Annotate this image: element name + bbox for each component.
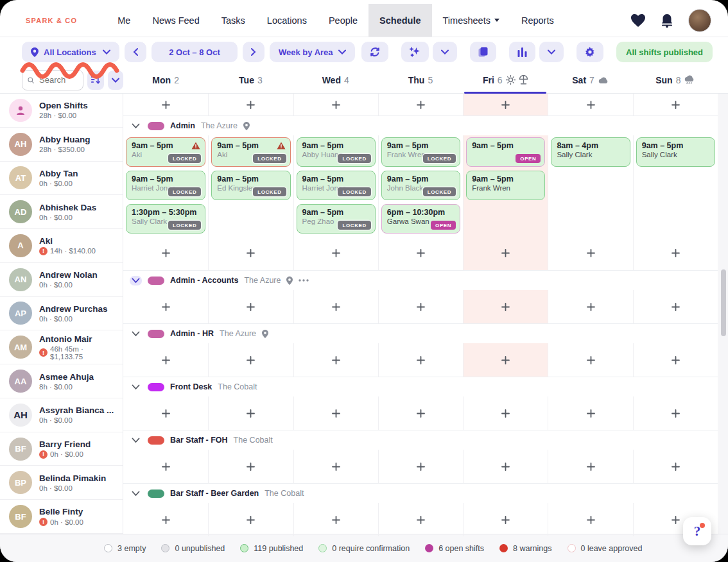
date-range-button[interactable]: 2 Oct – 8 Oct <box>152 42 238 62</box>
day-header-sat[interactable]: Sat7 <box>548 67 632 93</box>
add-shift-button[interactable] <box>244 513 257 527</box>
collapse-section-button[interactable] <box>130 382 142 392</box>
nav-item-tasks[interactable]: Tasks <box>211 4 256 37</box>
sidebar-row-person[interactable]: BF Belle Finty!0h · $0.00 <box>0 500 123 534</box>
add-shift-button[interactable] <box>244 460 257 473</box>
add-shift-button[interactable] <box>329 460 343 473</box>
add-shift-button[interactable] <box>584 300 598 314</box>
nav-item-reports[interactable]: Reports <box>510 4 565 37</box>
auto-fill-options-button[interactable] <box>433 42 457 62</box>
help-button[interactable]: ? <box>683 517 711 545</box>
add-shift-button[interactable] <box>584 98 598 112</box>
day-header-sun[interactable]: Sun8 <box>633 67 718 93</box>
add-shift-button[interactable] <box>669 513 682 527</box>
add-shift-button[interactable] <box>584 513 598 527</box>
add-shift-button[interactable] <box>159 513 173 527</box>
view-mode-dropdown[interactable]: Week by Area <box>270 42 355 62</box>
add-shift-button[interactable] <box>499 98 512 112</box>
auto-fill-button[interactable] <box>401 42 429 62</box>
add-shift-button[interactable] <box>159 353 173 367</box>
shift-card[interactable]: 1:30pm – 5:30pmSally ClarkLOCKED <box>126 204 205 234</box>
next-week-button[interactable] <box>243 42 264 62</box>
collapse-section-button[interactable] <box>130 276 142 285</box>
nav-item-me[interactable]: Me <box>107 4 141 37</box>
sidebar-row-person[interactable]: A Aki!14h · $140.00 <box>0 229 123 263</box>
add-shift-button[interactable] <box>669 460 682 473</box>
shift-card[interactable]: 9am – 5pmHarriet JonesLOCKED <box>126 171 205 200</box>
add-shift-button[interactable] <box>499 460 512 473</box>
add-shift-button[interactable] <box>669 300 682 314</box>
stats-button[interactable] <box>509 42 535 62</box>
day-header-fri[interactable]: Fri6 <box>463 67 548 93</box>
shift-card[interactable]: 9am – 5pmOPEN <box>466 137 545 167</box>
sidebar-row-person[interactable]: AN Andrew Nolan0h · $0.00 <box>0 263 123 297</box>
shift-card[interactable]: 9am – 5pmHarriet JonesLOCKED <box>297 171 376 200</box>
add-shift-button[interactable] <box>244 407 257 420</box>
nav-item-news-feed[interactable]: News Feed <box>141 4 210 37</box>
nav-item-schedule[interactable]: Schedule <box>368 4 431 37</box>
add-shift-button[interactable] <box>329 246 343 260</box>
day-header-wed[interactable]: Wed4 <box>293 67 378 93</box>
add-shift-button[interactable] <box>414 513 428 527</box>
nav-item-people[interactable]: People <box>318 4 368 37</box>
shift-card[interactable]: 9am – 5pmAbby HuangLOCKED <box>297 137 376 167</box>
sidebar-row-person[interactable]: AT Abby Tan0h · $0.00 <box>0 162 123 196</box>
add-shift-button[interactable] <box>414 300 428 314</box>
search-input[interactable] <box>38 74 78 85</box>
shift-card[interactable]: 8am – 4pmSally Clark <box>551 137 630 167</box>
add-shift-button[interactable] <box>329 407 343 420</box>
add-shift-button[interactable] <box>159 460 173 473</box>
add-shift-button[interactable] <box>159 246 173 260</box>
sidebar-row-person[interactable]: AD Abhishek Das0h · $0.00 <box>0 195 123 229</box>
add-shift-button[interactable] <box>669 353 682 367</box>
sidebar-row-person[interactable]: BF Barry Friend!0h · $0.00 <box>0 432 123 466</box>
day-header-thu[interactable]: Thu5 <box>378 67 463 93</box>
shift-card[interactable]: 9am – 5pmFrank Wren <box>466 171 545 200</box>
add-shift-button[interactable] <box>499 353 512 367</box>
add-shift-button[interactable] <box>414 353 428 367</box>
vertical-scrollbar[interactable] <box>721 269 726 336</box>
sidebar-row-person[interactable]: AM Antonio Mair!46h 45m · $1,133.75 <box>0 330 123 364</box>
sidebar-row-person[interactable]: AH Assyrah Bianca ...0h · $0.00 <box>0 398 123 432</box>
favorites-heart-icon[interactable] <box>630 13 646 28</box>
add-shift-button[interactable] <box>244 98 257 112</box>
collapse-section-button[interactable] <box>130 121 142 131</box>
add-shift-button[interactable] <box>669 407 682 420</box>
add-shift-button[interactable] <box>414 98 428 112</box>
add-shift-button[interactable] <box>244 300 257 314</box>
add-shift-button[interactable] <box>669 98 682 112</box>
add-shift-button[interactable] <box>244 246 257 260</box>
add-shift-button[interactable] <box>584 353 598 367</box>
nav-item-locations[interactable]: Locations <box>256 4 318 37</box>
shift-card[interactable]: 6pm – 10:30pmGarwa SwanOPEN <box>381 204 460 234</box>
sidebar-row-open-shifts[interactable]: Open Shifts28h · $0.00 <box>0 94 123 128</box>
collapse-section-button[interactable] <box>130 329 142 339</box>
add-shift-button[interactable] <box>414 407 428 420</box>
shift-card[interactable]: 9am – 5pmAkiLOCKED <box>211 137 290 167</box>
sidebar-row-person[interactable]: BP Belinda Pimakin0h · $0.00 <box>0 466 123 500</box>
add-shift-button[interactable] <box>499 513 512 527</box>
settings-button[interactable] <box>576 42 603 62</box>
sort-button[interactable] <box>87 71 104 90</box>
copy-schedule-button[interactable] <box>470 42 496 62</box>
sidebar-options-button[interactable] <box>108 71 123 90</box>
shift-card[interactable]: 9am – 5pmSally Clark <box>636 137 715 167</box>
add-shift-button[interactable] <box>159 407 173 420</box>
collapse-section-button[interactable] <box>130 489 142 498</box>
add-shift-button[interactable] <box>669 246 682 260</box>
shift-card[interactable]: 9am – 5pmFrank WrenLOCKED <box>381 137 460 167</box>
more-options-icon[interactable] <box>299 279 309 282</box>
add-shift-button[interactable] <box>159 300 173 314</box>
sidebar-row-person[interactable]: AA Asmee Ahuja8h · $0.00 <box>0 364 123 398</box>
nav-item-timesheets[interactable]: Timesheets <box>432 4 510 37</box>
collapse-section-button[interactable] <box>130 436 142 445</box>
add-shift-button[interactable] <box>499 407 512 420</box>
sidebar-row-person[interactable]: AH Abby Huang28h · $350.00 <box>0 128 123 162</box>
prev-week-button[interactable] <box>125 42 146 62</box>
location-filter-dropdown[interactable]: All Locations <box>22 42 119 62</box>
shift-card[interactable]: 9am – 5pmAkiLOCKED <box>126 137 205 167</box>
shift-card[interactable]: 9am – 5pmEd KingsleyLOCKED <box>211 171 290 200</box>
add-shift-button[interactable] <box>329 353 343 367</box>
add-shift-button[interactable] <box>499 246 512 260</box>
add-shift-button[interactable] <box>244 353 257 367</box>
